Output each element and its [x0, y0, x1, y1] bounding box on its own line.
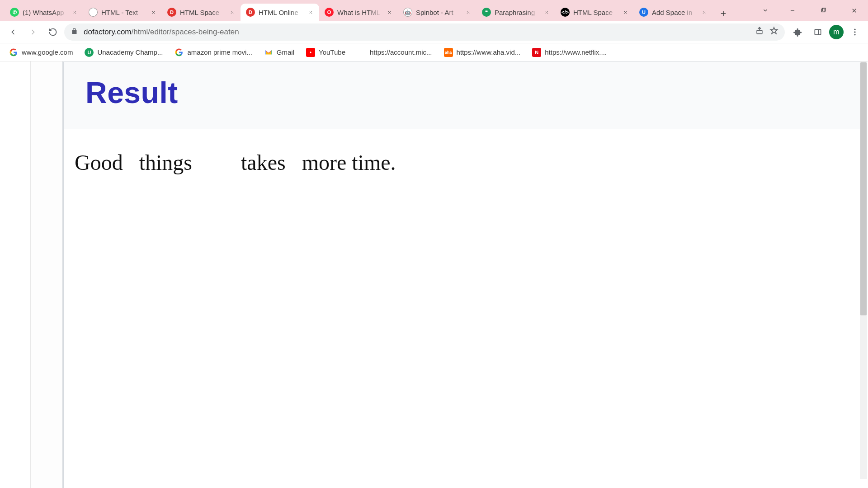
tab-5[interactable]: 🤖Spinbot - Art: [398, 4, 476, 21]
tab-close-button[interactable]: [71, 8, 79, 16]
bookmark-label: Unacademy Champ...: [97, 48, 163, 56]
share-icon[interactable]: [755, 26, 764, 38]
bookmark-2[interactable]: amazon prime movi...: [171, 46, 255, 59]
tab-close-button[interactable]: [228, 8, 236, 16]
bookmark-7[interactable]: Nhttps://www.netflix....: [528, 46, 610, 59]
bookmark-label: YouTube: [319, 48, 345, 56]
svg-rect-0: [822, 9, 825, 12]
tab-favicon-icon: U: [639, 8, 648, 17]
extensions-button[interactable]: [789, 23, 807, 41]
bookmark-4[interactable]: YouTube: [302, 46, 349, 59]
svg-rect-3: [815, 29, 821, 35]
bookmark-3[interactable]: Gmail: [260, 46, 298, 59]
result-panel-header: Result: [64, 62, 860, 129]
window-close-button[interactable]: [844, 1, 864, 19]
tab-favicon-icon: ❝: [482, 8, 491, 17]
window-maximize-button[interactable]: [813, 1, 834, 19]
tab-favicon-icon: O: [325, 8, 334, 17]
side-panel-button[interactable]: [809, 23, 826, 41]
bookmark-label: https://account.mic...: [370, 48, 432, 56]
new-tab-button[interactable]: [715, 6, 731, 21]
tab-favicon-icon: </>: [561, 8, 570, 17]
svg-point-6: [854, 34, 855, 35]
tab-favicon-icon: D: [246, 8, 255, 17]
left-gutter-outer: [0, 61, 31, 488]
tab-2[interactable]: DHTML Space: [162, 4, 241, 21]
tab-title: Paraphrasing: [495, 9, 539, 16]
netflix-icon: N: [532, 48, 541, 57]
tab-title: HTML Space: [573, 9, 618, 16]
bookmark-label: https://www.aha.vid...: [457, 48, 521, 56]
tab-title: Add Space in: [652, 9, 696, 16]
tab-6[interactable]: ❝Paraphrasing: [476, 4, 555, 21]
tab-4[interactable]: OWhat is HTML: [319, 4, 398, 21]
result-heading: Result: [85, 75, 860, 110]
tab-favicon-icon: D: [167, 8, 176, 17]
tab-close-button[interactable]: [307, 8, 315, 16]
profile-avatar[interactable]: m: [829, 25, 844, 39]
bookmark-star-icon[interactable]: [769, 26, 778, 38]
page: Result Good things takes more time.: [0, 61, 860, 488]
tab-close-button[interactable]: [542, 8, 551, 16]
svg-point-5: [854, 31, 855, 33]
result-panel-body: Good things takes more time.: [64, 129, 860, 175]
tab-0[interactable]: ✆(1) WhatsApp: [5, 4, 83, 21]
window-controls: [759, 0, 868, 21]
tab-close-button[interactable]: [700, 8, 708, 16]
google-icon: [175, 48, 184, 57]
bookmark-5[interactable]: https://account.mic...: [354, 46, 436, 59]
aha-icon: aha: [444, 48, 453, 57]
bookmark-6[interactable]: ahahttps://www.aha.vid...: [440, 46, 524, 59]
tab-favicon-icon: 🤖: [403, 8, 412, 17]
tab-title: HTML Online: [259, 9, 303, 16]
profile-avatar-letter: m: [833, 28, 839, 36]
toolbar: dofactory.com/html/editor/spaces-being-e…: [0, 21, 868, 43]
tab-close-button[interactable]: [385, 8, 393, 16]
tab-title: HTML - Text: [101, 9, 146, 16]
tab-close-button[interactable]: [621, 8, 629, 16]
tab-title: (1) WhatsApp: [23, 9, 67, 16]
address-bar[interactable]: dofactory.com/html/editor/spaces-being-e…: [64, 23, 785, 41]
gmail-icon: [264, 48, 273, 57]
tab-8[interactable]: UAdd Space in: [634, 4, 712, 21]
result-text: Good things takes more time.: [75, 150, 860, 175]
tab-favicon-icon: ◆: [87, 6, 99, 19]
scrollbar-thumb[interactable]: [860, 62, 867, 315]
tab-title: HTML Space: [180, 9, 224, 16]
tab-title: What is HTML: [337, 9, 382, 16]
bookmark-label: amazon prime movi...: [187, 48, 252, 56]
tab-search-button[interactable]: [759, 1, 772, 19]
result-panel: Result Good things takes more time.: [62, 61, 860, 488]
lock-icon: [71, 27, 78, 37]
svg-point-4: [854, 28, 855, 30]
microsoft-icon: [357, 48, 366, 57]
bookmark-label: Gmail: [277, 48, 294, 56]
left-gutter-inner: [31, 61, 62, 488]
back-button[interactable]: [5, 23, 22, 41]
google-icon: [9, 48, 18, 57]
tab-title: Spinbot - Art: [416, 9, 460, 16]
tab-favicon-icon: ✆: [10, 8, 19, 17]
bookmark-0[interactable]: www.google.com: [5, 46, 76, 59]
tab-close-button[interactable]: [149, 8, 157, 16]
tab-3[interactable]: DHTML Online: [241, 4, 319, 21]
bookmark-label: https://www.netflix....: [545, 48, 607, 56]
window-minimize-button[interactable]: [782, 1, 803, 19]
bookmark-label: www.google.com: [22, 48, 73, 56]
chrome-menu-button[interactable]: [846, 23, 863, 41]
tab-close-button[interactable]: [464, 8, 472, 16]
bookmark-1[interactable]: UUnacademy Champ...: [81, 46, 166, 59]
forward-button[interactable]: [24, 23, 42, 41]
address-text: dofactory.com/html/editor/spaces-being-e…: [84, 28, 750, 37]
unacademy-icon: U: [85, 48, 94, 57]
page-viewport: Result Good things takes more time.: [0, 61, 868, 488]
tab-7[interactable]: </>HTML Space: [555, 4, 634, 21]
youtube-icon: [306, 48, 315, 57]
reload-button[interactable]: [44, 23, 61, 41]
tab-strip: ✆(1) WhatsApp◆HTML - TextDHTML SpaceDHTM…: [0, 0, 868, 21]
svg-rect-1: [822, 8, 826, 11]
tab-1[interactable]: ◆HTML - Text: [83, 4, 162, 21]
bookmarks-bar: www.google.comUUnacademy Champ...amazon …: [0, 43, 868, 61]
